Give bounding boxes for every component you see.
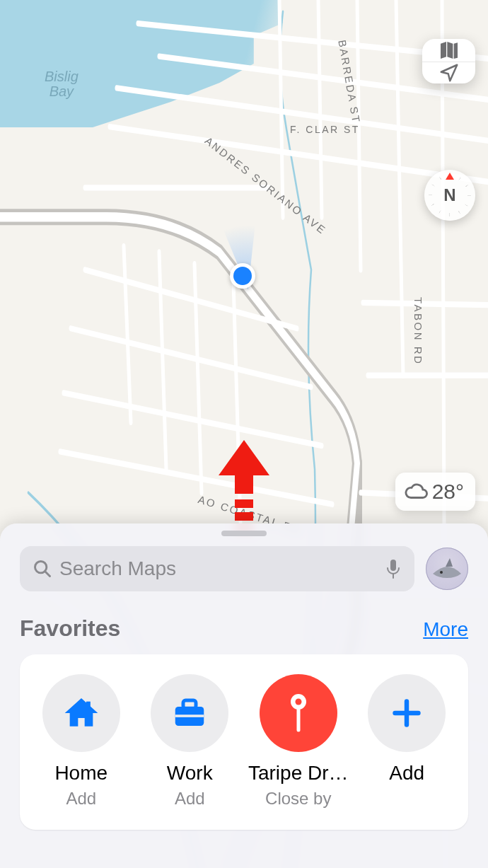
svg-point-8 — [440, 571, 443, 574]
svg-rect-12 — [175, 714, 204, 717]
favorite-pin[interactable]: Taripe Dr… Close by — [245, 674, 352, 809]
cloud-icon — [404, 480, 428, 504]
svg-line-5 — [45, 572, 50, 577]
favorite-work-label: Work — [167, 762, 213, 785]
compass-ticks — [429, 174, 471, 216]
favorites-heading: Favorites — [20, 615, 120, 642]
weather-pill[interactable]: 28° — [395, 473, 475, 511]
favorites-more-link[interactable]: More — [423, 618, 468, 641]
current-location-dot[interactable] — [230, 263, 255, 289]
favorite-home-sub: Add — [66, 789, 96, 809]
profile-avatar[interactable] — [426, 548, 468, 590]
svg-rect-9 — [86, 702, 91, 708]
favorite-pin-circle — [260, 674, 337, 752]
map-icon — [438, 39, 460, 62]
favorite-work-circle — [151, 674, 228, 752]
location-arrow-icon — [438, 62, 460, 83]
bay-label: BisligBay — [45, 69, 79, 99]
map-controls — [422, 39, 475, 83]
favorite-add-circle — [368, 674, 446, 752]
road-label-barreda: BARREDA ST — [336, 39, 363, 125]
svg-rect-11 — [183, 700, 196, 708]
sheet-grabber[interactable] — [221, 531, 267, 536]
favorite-work-sub: Add — [175, 789, 205, 809]
favorite-work[interactable]: Work Add — [136, 674, 243, 809]
bottom-sheet[interactable]: Search Maps Favorites More — [0, 523, 488, 868]
briefcase-icon — [170, 694, 209, 732]
favorite-home-label: Home — [54, 762, 108, 785]
microphone-icon[interactable] — [385, 558, 402, 579]
favorite-add-label: Add — [389, 762, 424, 785]
svg-rect-6 — [390, 560, 396, 571]
water-body — [0, 0, 488, 127]
favorites-card: Home Add Work Add Taripe — [20, 654, 468, 830]
search-icon — [33, 559, 52, 579]
map-pin-icon — [288, 692, 309, 734]
favorite-home-circle — [42, 674, 120, 752]
search-placeholder: Search Maps — [59, 557, 176, 580]
favorite-add[interactable]: Add — [354, 674, 460, 809]
compass-button[interactable]: N — [424, 170, 475, 221]
favorite-home[interactable]: Home Add — [28, 674, 134, 809]
favorite-pin-label: Taripe Dr… — [248, 762, 349, 785]
favorite-pin-sub: Close by — [265, 789, 331, 809]
svg-point-15 — [295, 699, 301, 705]
plus-icon — [391, 698, 422, 729]
home-icon — [62, 693, 101, 733]
road-label-f-clar: F. CLAR ST — [290, 124, 360, 135]
locate-me-button[interactable] — [422, 62, 475, 83]
weather-temp: 28° — [432, 480, 464, 504]
compass-north-indicator — [446, 173, 454, 180]
search-input[interactable]: Search Maps — [20, 546, 414, 591]
road-label-tabon: TABON RD — [412, 297, 424, 365]
svg-marker-0 — [219, 440, 269, 494]
avatar-shark-icon — [431, 557, 463, 581]
map-mode-button[interactable] — [422, 39, 475, 62]
